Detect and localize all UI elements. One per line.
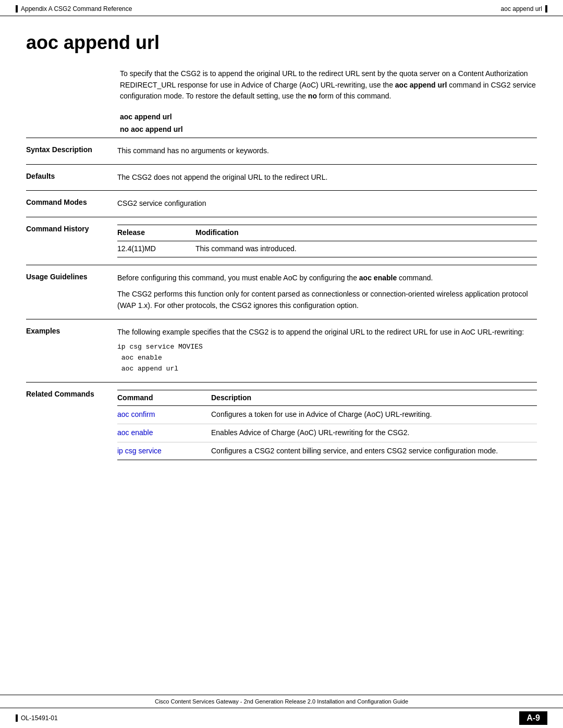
related-description: Configures a CSG2 content billing servic…: [211, 442, 537, 460]
usage-para1: Before configuring this command, you mus…: [117, 273, 537, 284]
syntax-label: Syntax Description: [26, 145, 117, 157]
modes-label: Command Modes: [26, 198, 117, 209]
usage-content: Before configuring this command, you mus…: [117, 273, 537, 312]
footer-doc-number: OL-15491-01: [21, 714, 58, 722]
header-bar-left: [16, 5, 18, 13]
history-table-header: Release Modification: [117, 225, 537, 241]
syntax-content: This command has no arguments or keyword…: [117, 145, 537, 157]
command-form-1: aoc append url no aoc append url: [120, 113, 537, 133]
footer-page-number: A-9: [519, 711, 547, 725]
section-modes: Command Modes CSG2 service configuration: [26, 190, 537, 217]
modes-content: CSG2 service configuration: [117, 198, 537, 209]
history-modification: This command was introduced.: [195, 241, 537, 257]
breadcrumb-text: Appendix A CSG2 Command Reference: [21, 5, 132, 13]
related-command[interactable]: aoc confirm: [117, 406, 211, 424]
related-table-row: ip csg service Configures a CSG2 content…: [117, 442, 537, 460]
header-right-label: aoc append url: [501, 5, 542, 13]
history-content: Release Modification 12.4(11)MD This com…: [117, 225, 537, 257]
history-label: Command History: [26, 225, 117, 257]
section-syntax: Syntax Description This command has no a…: [26, 138, 537, 164]
page-footer: Cisco Content Services Gateway - 2nd Gen…: [0, 695, 563, 728]
related-command-link[interactable]: aoc enable: [117, 428, 153, 437]
header-bar-right: [545, 5, 547, 13]
footer-center-text: Cisco Content Services Gateway - 2nd Gen…: [0, 695, 563, 708]
usage-bold-cmd: aoc enable: [359, 274, 397, 282]
usage-para2: The CSG2 performs this function only for…: [117, 289, 537, 311]
related-command[interactable]: aoc enable: [117, 424, 211, 442]
intro-bold-no: no: [308, 92, 317, 100]
footer-bottom: OL-15491-01 A-9: [0, 708, 563, 728]
section-related: Related Commands Command Description aoc…: [26, 382, 537, 468]
examples-label: Examples: [26, 327, 117, 375]
related-table-header: Command Description: [117, 390, 537, 406]
history-release: 12.4(11)MD: [117, 241, 195, 257]
related-table: Command Description aoc confirm Configur…: [117, 390, 537, 461]
footer-bar: [16, 714, 18, 722]
usage-label: Usage Guidelines: [26, 273, 117, 312]
command-text-2: no aoc append url: [120, 125, 537, 133]
examples-intro-text: The following example specifies that the…: [117, 327, 537, 338]
related-col-desc: Description: [211, 390, 537, 406]
examples-code: ip csg service MOVIES aoc enable aoc app…: [117, 342, 537, 374]
related-description: Enables Advice of Charge (AoC) URL-rewri…: [211, 424, 537, 442]
related-table-row: aoc confirm Configures a token for use i…: [117, 406, 537, 424]
related-command[interactable]: ip csg service: [117, 442, 211, 460]
header-right: aoc append url: [501, 5, 547, 13]
intro-paragraph: To specify that the CSG2 is to append th…: [120, 68, 537, 102]
related-description: Configures a token for use in Advice of …: [211, 406, 537, 424]
history-col-mod: Modification: [195, 225, 537, 241]
examples-content: The following example specifies that the…: [117, 327, 537, 375]
page-header: Appendix A CSG2 Command Reference aoc ap…: [0, 0, 563, 16]
related-command-link[interactable]: ip csg service: [117, 447, 162, 455]
code-line-2: aoc enable: [117, 353, 537, 364]
intro-bold-cmd: aoc append url: [395, 81, 447, 89]
related-content: Command Description aoc confirm Configur…: [117, 390, 537, 461]
page-title: aoc append url: [26, 32, 537, 54]
command-text-1: aoc append url: [120, 113, 537, 121]
code-line-3: aoc append url: [117, 364, 537, 375]
section-defaults: Defaults The CSG2 does not append the or…: [26, 164, 537, 191]
header-breadcrumb: Appendix A CSG2 Command Reference: [16, 5, 132, 13]
page-content: aoc append url To specify that the CSG2 …: [0, 16, 563, 509]
intro-text-content: To specify that the CSG2 is to append th…: [120, 68, 537, 102]
section-usage: Usage Guidelines Before configuring this…: [26, 265, 537, 319]
footer-left: OL-15491-01: [16, 714, 58, 722]
section-history: Command History Release Modification 12.…: [26, 217, 537, 264]
history-col-release: Release: [117, 225, 195, 241]
defaults-content: The CSG2 does not append the original UR…: [117, 172, 537, 183]
section-examples: Examples The following example specifies…: [26, 319, 537, 382]
related-col-cmd: Command: [117, 390, 211, 406]
related-command-link[interactable]: aoc confirm: [117, 410, 155, 418]
code-line-1: ip csg service MOVIES: [117, 342, 537, 353]
history-table-row: 12.4(11)MD This command was introduced.: [117, 241, 537, 257]
related-label: Related Commands: [26, 390, 117, 461]
related-table-row: aoc enable Enables Advice of Charge (AoC…: [117, 424, 537, 442]
defaults-label: Defaults: [26, 172, 117, 183]
history-table: Release Modification 12.4(11)MD This com…: [117, 225, 537, 257]
